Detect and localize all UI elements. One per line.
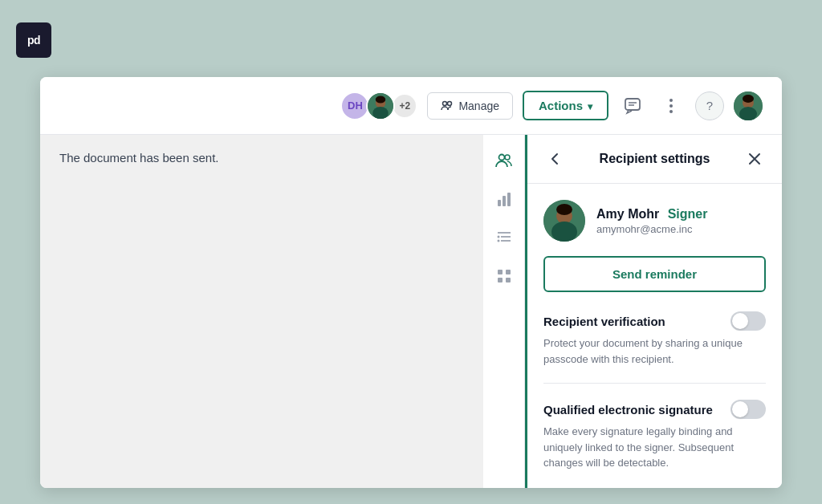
three-dots-icon	[669, 99, 673, 113]
svg-rect-23	[498, 270, 503, 274]
qualified-esignature-setting: Qualified electronic signature Make ever…	[543, 400, 766, 471]
svg-rect-15	[498, 200, 501, 206]
avatar-dh[interactable]: DH	[340, 91, 369, 120]
avatar-count-label: +2	[400, 100, 411, 112]
recipient-verification-desc: Protect your document by sharing a uniqu…	[543, 335, 766, 367]
avatar-count[interactable]: +2	[392, 93, 417, 119]
chevron-down-icon	[588, 99, 592, 112]
send-reminder-button[interactable]: Send reminder	[543, 256, 766, 292]
user-avatar-button[interactable]	[734, 91, 763, 120]
qualified-esignature-header: Qualified electronic signature	[543, 400, 766, 419]
actions-button[interactable]: Actions	[523, 91, 608, 120]
recipient-avatar-image	[543, 200, 585, 242]
actions-label: Actions	[539, 99, 583, 112]
svg-rect-24	[506, 270, 511, 274]
panel-title: Recipient settings	[576, 152, 734, 166]
svg-point-5	[448, 101, 452, 105]
help-button[interactable]: ?	[695, 91, 724, 120]
manage-button[interactable]: Manage	[427, 92, 513, 120]
qualified-esignature-desc: Make every signature legally binding and…	[543, 424, 766, 471]
doc-sent-message: The document has been sent.	[59, 151, 464, 165]
sidebar-item-fields[interactable]	[488, 222, 520, 254]
back-arrow-icon	[547, 151, 563, 167]
close-button[interactable]	[743, 148, 766, 170]
recipient-avatar	[543, 200, 585, 242]
svg-point-13	[498, 155, 504, 161]
avatar-dh-initials: DH	[348, 100, 363, 112]
qualified-esignature-toggle[interactable]	[730, 400, 766, 419]
recipient-name: Amy Mohr Signer	[596, 207, 707, 222]
manage-label: Manage	[458, 100, 499, 112]
app-logo[interactable]: pd	[16, 22, 51, 58]
content-area: The document has been sent.	[40, 135, 782, 488]
top-area: pd	[0, 0, 822, 80]
recipient-email: amymohr@acme.inc	[596, 223, 707, 235]
recipient-name-text: Amy Mohr	[596, 207, 659, 221]
panel-header: Recipient settings	[527, 135, 782, 184]
settings-divider	[543, 383, 766, 384]
recipient-verification-header: Recipient verification	[543, 311, 766, 331]
more-options-button[interactable]	[657, 91, 686, 120]
recipient-verification-toggle[interactable]	[730, 311, 766, 331]
chat-button[interactable]	[618, 91, 647, 120]
main-container: DH +2	[40, 77, 782, 488]
manage-icon	[441, 100, 454, 112]
chart-icon	[495, 190, 513, 208]
svg-point-30	[556, 204, 572, 215]
recipient-verification-label: Recipient verification	[543, 315, 665, 328]
recipient-verification-setting: Recipient verification Protect your docu…	[543, 311, 766, 367]
recipient-settings-panel: Recipient settings	[525, 135, 782, 488]
recipient-info: Amy Mohr Signer amymohr@acme.inc	[543, 200, 766, 242]
people-icon	[495, 152, 513, 169]
recipient-details: Amy Mohr Signer amymohr@acme.inc	[596, 207, 707, 235]
list-icon	[495, 229, 513, 246]
sidebar-item-analytics[interactable]	[488, 183, 520, 215]
sidebar-icons	[483, 135, 525, 488]
qualified-esignature-label: Qualified electronic signature	[543, 403, 713, 417]
svg-point-20	[497, 236, 499, 238]
svg-point-22	[497, 240, 499, 242]
user-avatar-icon	[734, 91, 763, 120]
svg-point-29	[551, 222, 577, 242]
svg-point-12	[743, 95, 754, 103]
svg-rect-17	[507, 193, 511, 206]
chat-icon	[624, 97, 641, 115]
recipient-role-text: Signer	[668, 207, 708, 221]
avatars-group: DH +2	[340, 91, 417, 120]
doc-area: The document has been sent.	[40, 135, 483, 488]
svg-point-4	[443, 101, 447, 105]
grid-icon	[495, 267, 513, 285]
svg-rect-6	[625, 99, 640, 110]
sidebar-item-apps[interactable]	[488, 260, 520, 292]
back-button[interactable]	[543, 148, 566, 170]
logo-text: pd	[27, 34, 40, 47]
avatar-photo[interactable]	[366, 91, 395, 120]
panel-body: Amy Mohr Signer amymohr@acme.inc Send re…	[527, 184, 782, 488]
close-icon	[747, 152, 762, 166]
svg-point-3	[376, 96, 385, 103]
question-mark-icon: ?	[706, 99, 713, 112]
svg-rect-25	[498, 278, 503, 282]
svg-rect-16	[503, 196, 506, 206]
sidebar-item-recipients[interactable]	[488, 144, 520, 177]
toolbar: DH +2	[40, 77, 782, 135]
svg-point-14	[505, 155, 510, 160]
svg-rect-26	[506, 278, 511, 282]
